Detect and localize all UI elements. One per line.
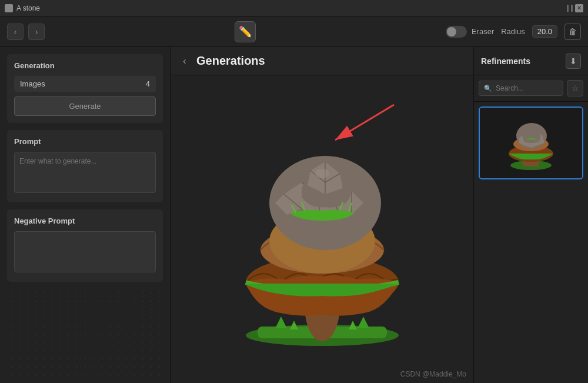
- nav-buttons: ‹ ›: [7, 24, 45, 40]
- canvas-area: CSDN @Maddie_Mo: [171, 75, 473, 383]
- close-btn[interactable]: ✕: [575, 4, 583, 12]
- right-panel: Refinements ⬇ 🔍 Search... ☆: [473, 47, 588, 383]
- generations-bar: ‹ Generations: [171, 47, 473, 75]
- negative-prompt-input[interactable]: [14, 231, 156, 272]
- app-title: A stone: [16, 4, 40, 12]
- search-row: 🔍 Search... ☆: [474, 75, 588, 102]
- stone-illustration: [199, 106, 446, 353]
- images-row: Images 4: [14, 76, 156, 92]
- prompt-input[interactable]: [14, 152, 156, 193]
- refinements-title: Refinements: [481, 56, 530, 66]
- toolbar-center: ✏️: [54, 21, 436, 42]
- generation-section: Generation Images 4 Generate: [7, 54, 163, 123]
- refinement-item-1[interactable]: [479, 106, 583, 179]
- toolbar: ‹ › ✏️ Eraser Radius 20.0 🗑: [0, 16, 588, 47]
- prompt-title: Prompt: [14, 137, 156, 146]
- dot-1: [567, 5, 569, 12]
- eraser-toggle-group: Eraser: [446, 26, 494, 38]
- eraser-label: Eraser: [472, 27, 494, 36]
- app-logo: [5, 4, 13, 12]
- left-panel: Generation Images 4 Generate Prompt Nega…: [0, 47, 171, 383]
- images-count: 4: [146, 79, 150, 88]
- refinement-thumb-1: [480, 108, 582, 178]
- refinements-header: Refinements ⬇: [474, 47, 588, 75]
- download-button[interactable]: ⬇: [566, 54, 581, 69]
- generations-title: Generations: [196, 54, 265, 68]
- search-placeholder: Search...: [496, 84, 524, 92]
- pencil-icon: ✏️: [239, 25, 252, 38]
- pencil-button[interactable]: ✏️: [235, 21, 256, 42]
- svg-marker-4: [290, 321, 298, 329]
- download-icon: ⬇: [570, 56, 577, 66]
- center-area: ‹ Generations: [171, 47, 473, 383]
- star-icon: ☆: [572, 84, 579, 93]
- images-label: Images: [20, 79, 45, 88]
- search-icon: 🔍: [484, 85, 492, 92]
- trash-button[interactable]: 🗑: [564, 24, 581, 40]
- svg-marker-2: [275, 317, 287, 328]
- search-box[interactable]: 🔍 Search...: [479, 81, 563, 96]
- watermark: CSDN @Maddie_Mo: [400, 370, 466, 378]
- eraser-toggle-switch[interactable]: [446, 26, 467, 38]
- refinement-svg: [505, 114, 557, 172]
- trash-icon: 🗑: [569, 27, 577, 36]
- svg-marker-5: [349, 321, 357, 329]
- svg-point-14: [315, 169, 329, 178]
- generations-back-button[interactable]: ‹: [178, 54, 192, 68]
- titlebar-left: A stone: [5, 4, 40, 12]
- radius-label: Radius: [501, 27, 524, 36]
- generate-button[interactable]: Generate: [14, 96, 156, 116]
- prompt-section: Prompt: [7, 130, 163, 202]
- negative-prompt-section: Negative Prompt: [7, 209, 163, 282]
- forward-button[interactable]: ›: [28, 24, 45, 40]
- back-button[interactable]: ‹: [7, 24, 24, 40]
- generation-title: Generation: [14, 61, 156, 70]
- svg-marker-3: [358, 317, 369, 328]
- dot-pattern-left: [7, 289, 163, 376]
- titlebar: A stone ✕: [0, 0, 588, 16]
- titlebar-dots[interactable]: ✕: [567, 4, 583, 12]
- negative-prompt-title: Negative Prompt: [14, 217, 156, 225]
- toolbar-right: Eraser Radius 20.0 🗑: [446, 24, 581, 40]
- refinement-grid: [474, 102, 588, 184]
- star-button[interactable]: ☆: [567, 80, 583, 96]
- dot-2: [571, 5, 573, 12]
- radius-value: 20.0: [532, 25, 557, 38]
- main-layout: Generation Images 4 Generate Prompt Nega…: [0, 47, 588, 383]
